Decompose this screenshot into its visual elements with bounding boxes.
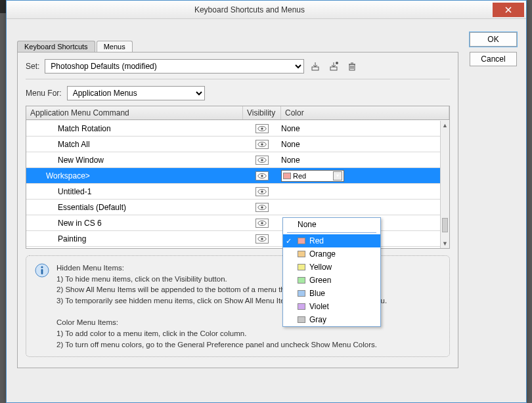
row-command-label: New in CS 6 [26, 219, 243, 228]
table-scrollbar[interactable]: ▲ ▼ [440, 121, 449, 248]
close-button[interactable] [493, 3, 524, 17]
color-option[interactable]: ✓Red [283, 234, 380, 247]
chevron-down-icon[interactable]: ▾ [333, 171, 342, 180]
visibility-toggle[interactable] [243, 140, 281, 149]
col-header-visibility[interactable]: Visibility [243, 106, 281, 119]
tab-keyboard-shortcuts[interactable]: Keyboard Shortcuts [17, 41, 95, 52]
color-option-none[interactable]: None [283, 218, 380, 231]
color-option-label: Red [309, 236, 324, 245]
visibility-toggle[interactable] [243, 187, 281, 196]
svg-rect-1 [330, 67, 337, 70]
row-command-label: Match All [26, 140, 243, 149]
eye-icon [255, 234, 269, 244]
save-set-icon[interactable] [308, 59, 322, 74]
color-option-label: Violet [309, 302, 329, 311]
row-command-label: Match Rotation [26, 124, 243, 133]
color-option[interactable]: Blue [283, 287, 380, 300]
color-option[interactable]: Violet [283, 300, 380, 313]
check-icon: ✓ [286, 237, 292, 245]
color-option-label: Gray [309, 315, 326, 324]
row-color-cell[interactable]: None [281, 124, 440, 133]
eye-icon [255, 219, 269, 228]
color-combo-text: Red [293, 172, 331, 180]
table-row[interactable]: Match RotationNone [26, 121, 440, 137]
ok-button[interactable]: OK [470, 32, 517, 47]
color-combo[interactable]: Red▾ [281, 170, 344, 182]
color-swatch-icon [298, 238, 305, 244]
tab-bar: Keyboard Shortcuts Menus [17, 37, 458, 52]
color-option[interactable]: Gray [283, 313, 380, 326]
hint-box: Hidden Menu Items: 1) To hide menu items… [26, 255, 450, 357]
row-color-cell[interactable]: Red▾ [281, 170, 440, 182]
color-option[interactable]: Yellow [283, 261, 380, 274]
row-command-label: Untitled-1 [26, 187, 243, 196]
set-label: Set: [26, 62, 39, 71]
color-option-label: Blue [309, 289, 325, 298]
col-header-command[interactable]: Application Menu Command [26, 106, 243, 119]
visibility-toggle[interactable] [243, 219, 281, 228]
scroll-up-icon[interactable]: ▲ [441, 121, 449, 130]
svg-rect-0 [312, 67, 319, 70]
color-swatch-icon [298, 264, 305, 270]
hint-color-1: 1) To add color to a menu item, click in… [56, 328, 387, 339]
color-option[interactable]: Orange [283, 247, 380, 261]
tab-menus[interactable]: Menus [97, 41, 133, 52]
svg-point-2 [336, 62, 338, 64]
menu-for-select[interactable]: Application Menus [67, 86, 205, 100]
color-swatch-icon [283, 173, 291, 179]
window-title: Keyboard Shortcuts and Menus [7, 5, 493, 14]
svg-point-5 [261, 127, 263, 130]
color-option-label: Yellow [309, 263, 332, 272]
hint-color-2: 2) To turn off menu colors, go to the Ge… [56, 339, 387, 350]
cancel-button[interactable]: Cancel [470, 52, 517, 66]
svg-point-19 [261, 238, 263, 240]
eye-icon [255, 140, 269, 149]
eye-icon [255, 171, 269, 180]
svg-point-11 [261, 175, 263, 177]
visibility-toggle[interactable] [243, 171, 281, 180]
scroll-thumb[interactable] [442, 218, 448, 232]
svg-point-21 [41, 266, 43, 268]
row-color-cell[interactable]: None [281, 156, 440, 165]
row-command-label: New Window [26, 156, 243, 165]
visibility-toggle[interactable] [243, 156, 281, 165]
color-swatch-icon [298, 303, 305, 310]
eye-icon [255, 124, 269, 133]
close-icon [504, 6, 512, 14]
row-command-label: Essentials (Default) [26, 203, 243, 212]
menu-for-label: Menu For: [26, 89, 62, 98]
svg-point-7 [261, 143, 263, 146]
table-row[interactable]: New WindowNone [26, 152, 440, 168]
color-swatch-icon [298, 316, 305, 323]
row-command-label: Workspace> [26, 171, 243, 180]
table-row[interactable]: Essentials (Default) [26, 200, 440, 215]
color-swatch-icon [298, 290, 305, 297]
table-row[interactable]: Untitled-1 [26, 184, 440, 200]
color-option-label: Orange [309, 249, 336, 259]
svg-point-13 [261, 190, 263, 193]
scroll-down-icon[interactable]: ▼ [441, 239, 449, 248]
eye-icon [255, 187, 269, 196]
menu-table: Application Menu Command Visibility Colo… [26, 106, 450, 249]
svg-rect-22 [41, 269, 43, 274]
info-icon [34, 263, 50, 278]
color-option-label: Green [309, 276, 331, 285]
save-set-as-icon[interactable] [326, 59, 341, 74]
color-swatch-icon [298, 251, 305, 257]
row-color-cell[interactable]: None [281, 140, 440, 149]
svg-point-9 [261, 159, 263, 161]
color-swatch-icon [298, 277, 305, 284]
color-option[interactable]: Green [283, 274, 380, 287]
table-row[interactable]: Match AllNone [26, 137, 440, 152]
set-select[interactable]: Photoshop Defaults (modified) [45, 59, 304, 74]
visibility-toggle[interactable] [243, 234, 281, 244]
visibility-toggle[interactable] [243, 124, 281, 133]
row-command-label: Painting [26, 234, 243, 244]
visibility-toggle[interactable] [243, 203, 281, 212]
col-header-color[interactable]: Color [281, 106, 449, 119]
table-row[interactable]: Workspace>Red▾ [26, 168, 440, 184]
delete-set-icon[interactable] [345, 59, 359, 74]
color-dropdown: None ✓RedOrangeYellowGreenBlueVioletGray [282, 217, 381, 327]
eye-icon [255, 203, 269, 212]
eye-icon [255, 156, 269, 165]
